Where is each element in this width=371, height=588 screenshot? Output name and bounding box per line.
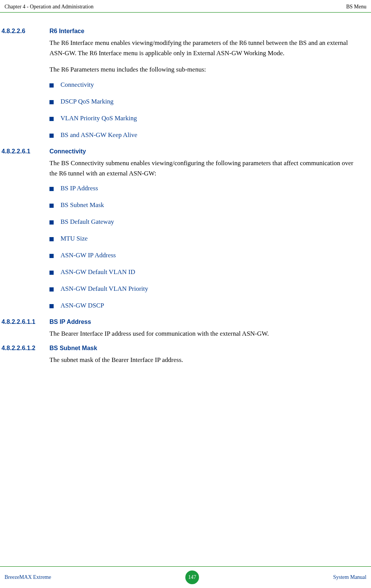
body-paragraph: The subnet mask of the Bearer Interface … bbox=[49, 355, 356, 365]
section-heading: 4.8.2.2.6.1.1 BS IP Address bbox=[0, 319, 356, 325]
header-left: Chapter 4 - Operation and Administration bbox=[5, 4, 94, 10]
page-number-badge: 147 bbox=[185, 570, 199, 584]
square-bullet-icon bbox=[49, 187, 54, 191]
square-bullet-icon bbox=[49, 287, 54, 292]
square-bullet-icon bbox=[49, 271, 54, 275]
square-bullet-icon bbox=[49, 83, 54, 88]
list-item: BS Subnet Mask bbox=[49, 201, 356, 209]
list-item: BS Default Gateway bbox=[49, 218, 356, 226]
section-number: 4.8.2.2.6.1 bbox=[0, 148, 49, 155]
section-title: BS Subnet Mask bbox=[49, 345, 97, 352]
square-bullet-icon bbox=[49, 254, 54, 258]
bullet-text: ASN-GW Default VLAN ID bbox=[61, 268, 135, 276]
bullet-list: Connectivity DSCP QoS Marking VLAN Prior… bbox=[49, 81, 356, 139]
section-heading: 4.8.2.2.6.1 Connectivity bbox=[0, 148, 356, 155]
section-title: Connectivity bbox=[49, 148, 86, 155]
list-item: ASN-GW Default VLAN ID bbox=[49, 268, 356, 276]
section-number: 4.8.2.2.6.1.2 bbox=[0, 345, 49, 352]
bullet-list: BS IP Address BS Subnet Mask BS Default … bbox=[49, 185, 356, 309]
section-r6-interface: 4.8.2.2.6 R6 Interface The R6 Interface … bbox=[0, 28, 356, 139]
square-bullet-icon bbox=[49, 204, 54, 208]
square-bullet-icon bbox=[49, 304, 54, 308]
bullet-text: DSCP QoS Marking bbox=[61, 98, 113, 105]
list-item: DSCP QoS Marking bbox=[49, 98, 356, 105]
list-item: Connectivity bbox=[49, 81, 356, 89]
footer-right: System Manual bbox=[333, 574, 366, 580]
list-item: ASN-GW Default VLAN Priority bbox=[49, 285, 356, 293]
section-number: 4.8.2.2.6.1.1 bbox=[0, 319, 49, 325]
bullet-text: ASN-GW DSCP bbox=[61, 302, 104, 309]
list-item: ASN-GW IP Address bbox=[49, 252, 356, 259]
section-number: 4.8.2.2.6 bbox=[0, 28, 49, 35]
section-title: BS IP Address bbox=[49, 319, 91, 325]
square-bullet-icon bbox=[49, 100, 54, 104]
bullet-text: ASN-GW Default VLAN Priority bbox=[61, 285, 148, 293]
body-paragraph: The BS Connectivity submenu enables view… bbox=[49, 158, 356, 178]
bullet-text: ASN-GW IP Address bbox=[61, 252, 116, 259]
list-item: ASN-GW DSCP bbox=[49, 302, 356, 309]
bullet-text: VLAN Priority QoS Marking bbox=[61, 115, 137, 122]
body-paragraph: The R6 Interface menu enables viewing/mo… bbox=[49, 38, 356, 58]
bullet-text: BS IP Address bbox=[61, 185, 98, 192]
section-heading: 4.8.2.2.6 R6 Interface bbox=[0, 28, 356, 35]
body-paragraph: The Bearer Interface IP address used for… bbox=[49, 328, 356, 339]
bullet-text: BS Default Gateway bbox=[61, 218, 114, 226]
page-header: Chapter 4 - Operation and Administration… bbox=[0, 0, 371, 13]
square-bullet-icon bbox=[49, 237, 54, 241]
footer-left: BreezeMAX Extreme bbox=[5, 574, 51, 580]
square-bullet-icon bbox=[49, 134, 54, 138]
list-item: VLAN Priority QoS Marking bbox=[49, 115, 356, 122]
bullet-text: MTU Size bbox=[61, 235, 88, 242]
section-bs-ip-address: 4.8.2.2.6.1.1 BS IP Address The Bearer I… bbox=[0, 319, 356, 339]
square-bullet-icon bbox=[49, 117, 54, 121]
section-heading: 4.8.2.2.6.1.2 BS Subnet Mask bbox=[0, 345, 356, 352]
list-item: MTU Size bbox=[49, 235, 356, 242]
square-bullet-icon bbox=[49, 220, 54, 225]
list-item: BS and ASN-GW Keep Alive bbox=[49, 131, 356, 139]
bullet-text: BS and ASN-GW Keep Alive bbox=[61, 131, 137, 139]
section-bs-subnet-mask: 4.8.2.2.6.1.2 BS Subnet Mask The subnet … bbox=[0, 345, 356, 365]
bullet-text: BS Subnet Mask bbox=[61, 201, 104, 209]
page-content: 4.8.2.2.6 R6 Interface The R6 Interface … bbox=[0, 13, 371, 379]
section-title: R6 Interface bbox=[49, 28, 84, 35]
list-item: BS IP Address bbox=[49, 185, 356, 192]
section-connectivity: 4.8.2.2.6.1 Connectivity The BS Connecti… bbox=[0, 148, 356, 309]
header-right: BS Menu bbox=[346, 4, 366, 10]
bullet-text: Connectivity bbox=[61, 81, 94, 89]
page-footer: BreezeMAX Extreme 147 System Manual bbox=[0, 566, 371, 588]
body-paragraph: The R6 Parameters menu includes the foll… bbox=[49, 64, 356, 75]
